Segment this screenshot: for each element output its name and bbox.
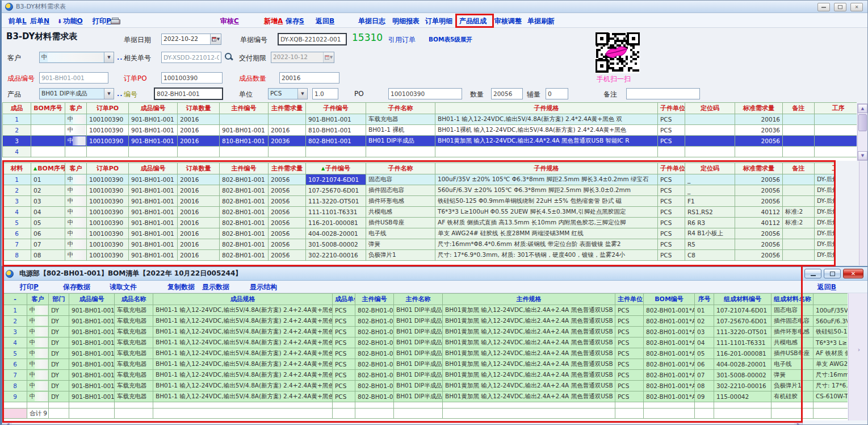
- cell[interactable]: 04: [695, 338, 714, 348]
- cell[interactable]: 20016: [735, 114, 783, 125]
- cell[interactable]: R4 B1小板上: [685, 228, 735, 239]
- cell[interactable]: 中: [27, 338, 49, 348]
- cell[interactable]: _: [685, 174, 735, 185]
- cell[interactable]: 901-BH01-001: [69, 338, 115, 348]
- cell[interactable]: 弹簧: [771, 370, 814, 381]
- cell[interactable]: 40112: [735, 207, 783, 218]
- menu-item-1[interactable]: 前单L: [9, 16, 27, 26]
- table-row[interactable]: 4: [3, 147, 857, 157]
- cell[interactable]: 04: [31, 207, 65, 218]
- cell[interactable]: 01: [695, 305, 714, 316]
- popup-h-scrollbar[interactable]: ◄ ►: [3, 421, 803, 425]
- search-icon[interactable]: [224, 52, 233, 61]
- column-header[interactable]: 备注: [783, 103, 815, 114]
- scroll-down-icon[interactable]: ▼: [858, 151, 867, 160]
- cell[interactable]: 107-21074-6D01: [306, 174, 366, 185]
- table2-scroll-strip[interactable]: [859, 161, 868, 265]
- cell[interactable]: 车载充电器: [115, 348, 153, 359]
- cell[interactable]: 铁硅铝50-125 Φ0.9: [814, 327, 848, 338]
- menu-item-11[interactable]: 明细报表: [392, 16, 420, 26]
- cell[interactable]: 20016: [178, 185, 220, 196]
- chevron-down-icon[interactable]: ▼: [104, 89, 114, 99]
- cell[interactable]: [685, 114, 735, 125]
- menu-item-12[interactable]: 订单明细: [425, 16, 452, 26]
- menu-item-15[interactable]: 单据刷新: [527, 16, 555, 26]
- cell[interactable]: BH01 DIP半成品: [394, 316, 443, 327]
- cell[interactable]: 车载充电器: [115, 316, 153, 327]
- column-header[interactable]: 客户: [65, 103, 87, 114]
- cell[interactable]: 20016: [178, 196, 220, 207]
- column-header[interactable]: 子件编号: [306, 103, 366, 114]
- cell[interactable]: 20016: [178, 125, 220, 136]
- cell[interactable]: 中: [65, 207, 87, 218]
- table-row[interactable]: 808中100100390901-BH01-00120016802-BH01-0…: [3, 250, 835, 261]
- column-header[interactable]: 客户: [27, 294, 49, 305]
- cell[interactable]: 20056: [269, 174, 306, 185]
- cell[interactable]: 302-2210-00016: [714, 381, 771, 391]
- cell[interactable]: 100uF/35V ±20% 105℃ Φ6.3*8mm 脚距2.5mm 脚长3…: [435, 174, 658, 185]
- prod-qty-input[interactable]: [279, 72, 339, 84]
- cell[interactable]: [435, 147, 658, 157]
- cell[interactable]: 802-BH01-001: [220, 250, 269, 261]
- cell[interactable]: 100100390: [87, 250, 129, 261]
- column-header[interactable]: 子件单位: [658, 103, 685, 114]
- cell[interactable]: [220, 147, 269, 157]
- cell[interactable]: BH01-1 输入12-24VDC,输出5V/4.8A(新方案) 2.4+2.4…: [153, 348, 333, 359]
- cell[interactable]: 901-BH01-001: [129, 136, 178, 147]
- cell[interactable]: 6: [3, 228, 31, 239]
- cell[interactable]: 802-BH01-001: [355, 338, 394, 348]
- calendar-icon[interactable]: ▼: [210, 34, 221, 44]
- cell[interactable]: [815, 147, 857, 157]
- cell[interactable]: 901-BH01-001: [306, 114, 366, 125]
- cell[interactable]: 901-BH01-001: [129, 239, 178, 250]
- column-header[interactable]: 材料: [3, 163, 31, 174]
- cell[interactable]: 802-BH01-001: [220, 228, 269, 239]
- cell[interactable]: DY-后焊 MAN XI: [815, 250, 835, 261]
- cell[interactable]: 111-1101-T6331: [714, 338, 771, 348]
- cell[interactable]: 20056: [269, 185, 306, 196]
- column-header[interactable]: 子件名称: [366, 163, 435, 174]
- cell[interactable]: 5: [3, 218, 31, 228]
- cell[interactable]: 100100390: [87, 125, 129, 136]
- cell[interactable]: 1: [3, 305, 27, 316]
- column-header[interactable]: ▲子件编号: [306, 163, 366, 174]
- popup-return-link[interactable]: 返回B: [817, 282, 836, 292]
- doc-date-field[interactable]: 2022-10-22 ▼: [161, 34, 221, 45]
- cell[interactable]: 802-BH01-001*A0: [644, 381, 695, 391]
- cell[interactable]: [31, 147, 65, 157]
- table-row[interactable]: 101中100100390901-BH01-00120016802-BH01-0…: [3, 174, 835, 185]
- cell[interactable]: 100100390: [87, 239, 129, 250]
- cell[interactable]: BH01黄加黑 输入12-24VDC,输出2.4A+2.4A 黑色普通双USB …: [443, 338, 615, 348]
- cell[interactable]: PCS: [615, 338, 644, 348]
- column-header[interactable]: 成品单位: [333, 294, 355, 305]
- popup-maximize-button[interactable]: [824, 269, 841, 278]
- cell[interactable]: BH01黄加黑 输入12-24VDC,输出2.4A+2.4A 黑色普通双USB …: [443, 348, 615, 359]
- cell[interactable]: DY: [49, 305, 69, 316]
- cell[interactable]: [783, 228, 815, 239]
- cell[interactable]: BH01-1 裸机: [366, 125, 435, 136]
- cell[interactable]: 中: [27, 327, 49, 338]
- cell[interactable]: [783, 136, 815, 147]
- cell[interactable]: [815, 114, 857, 125]
- cell[interactable]: 560uF/6.3V ±20% 1: [814, 316, 848, 327]
- cell[interactable]: 插件固态电容: [366, 185, 435, 196]
- cell[interactable]: PCS: [658, 228, 685, 239]
- column-header[interactable]: 成品编号: [129, 163, 178, 174]
- cell[interactable]: 插件USB母座: [771, 348, 814, 359]
- cell[interactable]: PCS: [658, 136, 685, 147]
- cell[interactable]: BH01 DIP半成品: [394, 391, 443, 402]
- cell[interactable]: 802-BH01-001*A0: [644, 338, 695, 348]
- cell[interactable]: PCS: [615, 327, 644, 338]
- cell[interactable]: [685, 125, 735, 136]
- quote-order-link[interactable]: 引用订单: [388, 35, 416, 45]
- cell[interactable]: [783, 250, 815, 261]
- cell[interactable]: 802-BH01-001: [220, 239, 269, 250]
- cell[interactable]: DY-后焊 MAN XI: [815, 239, 835, 250]
- cell[interactable]: 插件USB母座: [366, 218, 435, 228]
- cell[interactable]: [658, 147, 685, 157]
- popup-right-scroll-strip[interactable]: ›: [848, 293, 868, 420]
- cell[interactable]: 901-BH01-001: [129, 228, 178, 239]
- column-header[interactable]: 主件编号: [220, 163, 269, 174]
- cell[interactable]: 901-BH01-001: [69, 370, 115, 381]
- printer-icon[interactable]: [111, 16, 120, 26]
